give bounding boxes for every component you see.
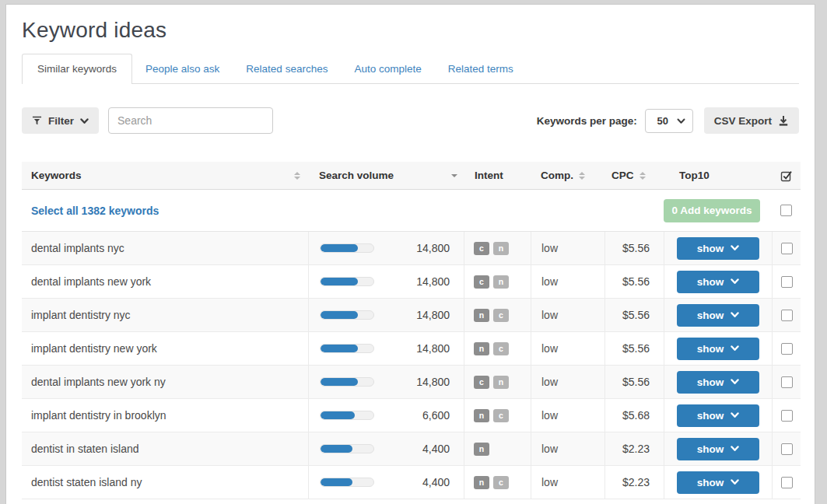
column-header-intent: Intent [464, 162, 531, 189]
table-row: dentist staten island ny 4,400 nc low $2… [22, 466, 801, 499]
show-top10-button[interactable]: show [677, 338, 759, 360]
top10-cell: show [664, 366, 772, 398]
intent-badge-c: c [493, 342, 509, 355]
select-all-checkbox-icon [780, 170, 793, 182]
chevron-down-icon [80, 115, 89, 127]
volume-value: 14,800 [374, 342, 464, 355]
show-top10-button[interactable]: show [677, 371, 759, 394]
column-header-cpc[interactable]: CPC [604, 162, 664, 189]
keyword-text[interactable]: dental implants new york [31, 275, 151, 288]
csv-export-button-label: CSV Export [714, 115, 772, 127]
keyword-text[interactable]: dental implants nyc [31, 242, 124, 254]
intent-badge-n: n [474, 409, 489, 422]
top10-cell: show [664, 265, 772, 298]
keyword-cell: dental implants new york [22, 265, 308, 298]
column-header-search-volume[interactable]: Search volume [308, 162, 464, 189]
volume-bar [320, 377, 374, 387]
competition-value: low [541, 409, 558, 422]
row-checkbox[interactable] [781, 343, 793, 355]
volume-value: 14,800 [374, 376, 464, 388]
intent-badge-c: c [474, 275, 489, 289]
keyword-cell: implant dentistry in brooklyn [22, 399, 308, 432]
row-checkbox[interactable] [781, 477, 793, 488]
competition-cell: low [531, 232, 604, 264]
show-top10-button[interactable]: show [677, 404, 759, 427]
select-all-row-checkbox[interactable] [780, 205, 792, 216]
competition-value: low [541, 242, 558, 254]
show-top10-button[interactable]: show [677, 438, 759, 460]
intent-cell: nc [464, 399, 531, 432]
csv-export-button[interactable]: CSV Export [704, 107, 799, 134]
competition-cell: low [531, 332, 604, 365]
filter-button[interactable]: Filter [22, 107, 99, 134]
sort-desc-icon [451, 174, 457, 177]
volume-value: 4,400 [374, 476, 464, 488]
checkbox-cell [772, 366, 801, 398]
volume-bar [320, 478, 374, 487]
competition-cell: low [531, 265, 604, 298]
tab-related-searches[interactable]: Related searches [233, 54, 341, 83]
column-header-keywords[interactable]: Keywords [22, 162, 308, 189]
cpc-cell: $5.56 [604, 299, 664, 331]
column-header-select-all[interactable] [772, 162, 801, 189]
keyword-text[interactable]: implant dentistry nyc [31, 309, 131, 321]
checkbox-cell [772, 399, 801, 432]
cpc-value: $5.56 [622, 242, 650, 254]
intent-badge-n: n [493, 242, 509, 255]
download-icon [778, 115, 789, 126]
table-row: dental implants new york 14,800 cn low $… [22, 265, 801, 299]
row-checkbox[interactable] [781, 443, 793, 455]
keyword-cell: dentist staten island ny [22, 466, 308, 499]
cpc-cell: $5.56 [604, 232, 664, 264]
row-checkbox[interactable] [781, 310, 793, 321]
select-all-row: Select all 1382 keywords 0 Add keywords [22, 190, 801, 232]
competition-value: low [541, 476, 558, 488]
volume-value: 4,400 [374, 443, 464, 455]
tab-auto-complete[interactable]: Auto complete [341, 54, 434, 83]
keyword-text[interactable]: dentist staten island ny [31, 476, 142, 488]
volume-bar [320, 243, 374, 253]
chevron-down-icon [731, 278, 739, 285]
keyword-text[interactable]: implant dentistry in brooklyn [31, 409, 166, 422]
per-page-select[interactable]: 50 [645, 109, 693, 133]
keyword-cell: dental implants new york ny [22, 366, 308, 398]
tab-people-also-ask[interactable]: People also ask [132, 54, 233, 83]
keyword-text[interactable]: dental implants new york ny [31, 376, 166, 388]
checkbox-cell [772, 265, 801, 298]
keywords-per-page-label: Keywords per page: [537, 115, 637, 127]
show-top10-button[interactable]: show [677, 237, 759, 260]
row-checkbox[interactable] [781, 410, 793, 422]
tab-related-terms[interactable]: Related terms [435, 54, 527, 83]
row-checkbox[interactable] [781, 276, 793, 288]
competition-value: low [541, 309, 558, 321]
search-input[interactable] [108, 107, 273, 134]
show-top10-button[interactable]: show [677, 471, 759, 494]
competition-value: low [541, 443, 558, 455]
competition-cell: low [531, 366, 604, 398]
row-checkbox[interactable] [781, 376, 793, 388]
cpc-cell: $5.68 [604, 399, 664, 432]
checkbox-cell [772, 466, 801, 499]
show-button-label: show [697, 477, 724, 488]
cpc-cell: $5.56 [604, 332, 664, 365]
tab-similar-keywords[interactable]: Similar keywords [22, 54, 132, 84]
add-keywords-button[interactable]: 0 Add keywords [664, 199, 760, 222]
page-title: Keyword ideas [22, 18, 799, 43]
sort-icon [640, 172, 646, 180]
keywords-table: Keywords Search volume Intent Comp. CPC … [22, 162, 801, 499]
keyword-text[interactable]: implant dentistry new york [31, 342, 157, 355]
select-all-keywords-link[interactable]: Select all 1382 keywords [22, 205, 664, 217]
intent-badge-c: c [493, 409, 509, 422]
chevron-down-icon [731, 345, 739, 352]
cpc-value: $5.56 [622, 376, 650, 388]
top10-cell: show [664, 466, 772, 499]
column-header-competition[interactable]: Comp. [531, 162, 604, 189]
keyword-ideas-panel: Keyword ideas Similar keywords People al… [5, 4, 815, 504]
keyword-text[interactable]: dentist in staten island [31, 443, 139, 455]
row-checkbox[interactable] [781, 243, 793, 254]
show-button-label: show [697, 343, 724, 355]
top10-cell: show [664, 299, 772, 331]
show-top10-button[interactable]: show [677, 304, 759, 327]
competition-cell: low [531, 299, 604, 331]
show-top10-button[interactable]: show [677, 271, 759, 293]
